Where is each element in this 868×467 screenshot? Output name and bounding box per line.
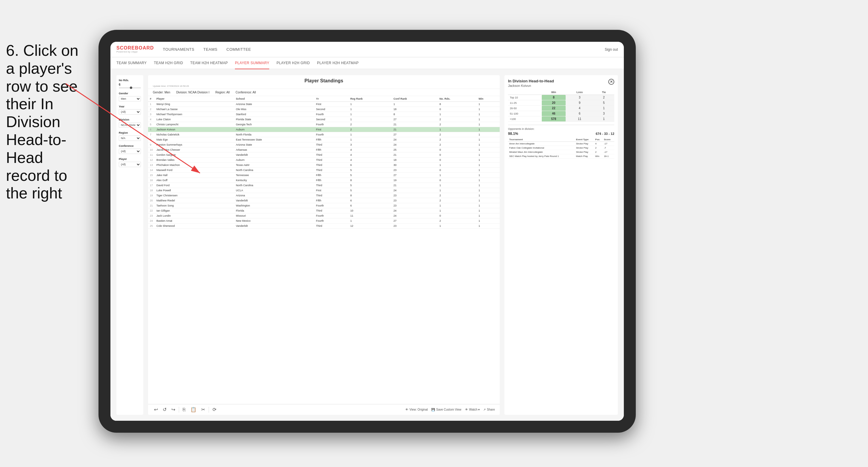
- watch-btn[interactable]: 👁 Watch ▾: [465, 408, 480, 411]
- table-row[interactable]: 12 Brendan Valles Auburn Third 4 18 0 1: [148, 158, 500, 163]
- cell-no-rds: 1: [438, 112, 477, 117]
- table-row[interactable]: 13 Phichakon Maichon Texas A&M Third 6 3…: [148, 163, 500, 168]
- tab-team-h2h-grid[interactable]: TEAM H2H GRID: [154, 60, 183, 66]
- cell-player: Ian Gilligan: [155, 208, 234, 213]
- cell-player: Michael Thorbjornsen: [155, 112, 234, 117]
- table-row[interactable]: 6 Jackson Koivun Auburn First 2 21 1 1: [148, 127, 500, 132]
- save-custom-btn[interactable]: 💾 Save Custom View: [431, 408, 461, 411]
- cell-no-rds: 2: [438, 117, 477, 122]
- cell-no-rds: 1: [438, 188, 477, 193]
- table-row[interactable]: 2 Michael La Sasse Ole Miss Second 1 18 …: [148, 107, 500, 112]
- tab-player-h2h-grid[interactable]: PLAYER H2H GRID: [276, 60, 310, 66]
- nav-tab-committee[interactable]: COMMITTEE: [226, 46, 251, 53]
- tab-player-summary[interactable]: PLAYER SUMMARY: [235, 60, 269, 69]
- table-row[interactable]: 17 David Ford North Carolina Third 5 21 …: [148, 183, 500, 188]
- table-header-row: # Player School Yr Reg Rank Conf Rank No…: [148, 96, 500, 102]
- instruction-text: 6. Click on a player's row to see their …: [0, 36, 93, 208]
- table-row[interactable]: 15 Jake Hall Tennessee Fifth 5 27 1 1: [148, 173, 500, 178]
- h2h-row: >100 578 11 1: [508, 116, 614, 122]
- refresh-btn[interactable]: ⟳: [211, 406, 218, 413]
- table-row[interactable]: 1 Wenyi Ding Arizona State First 1 1 8 1: [148, 102, 500, 107]
- view-original-btn[interactable]: 👁 View: Original: [405, 408, 428, 411]
- cell-no-rds: 1: [438, 173, 477, 178]
- table-row[interactable]: 4 Luke Claton Florida State Second 1 27 …: [148, 117, 500, 122]
- table-row[interactable]: 22 Ian Gilligan Florida Third 10 24 1 1: [148, 208, 500, 213]
- cell-conf-rank: 24: [392, 188, 438, 193]
- cell-rank: 19: [148, 193, 155, 198]
- sign-out-link[interactable]: Sign out: [605, 48, 618, 52]
- cell-win: 1: [477, 213, 500, 218]
- watch-icon: 👁: [465, 408, 468, 411]
- cell-win: 1: [477, 178, 500, 183]
- cell-yr: Fifth: [314, 137, 349, 142]
- cell-rank: 2: [148, 107, 155, 112]
- cell-reg-rank: 2: [349, 127, 392, 132]
- col-school: School: [234, 96, 314, 102]
- nav-tab-tournaments[interactable]: TOURNAMENTS: [163, 46, 195, 53]
- table-row[interactable]: 19 Tiger Christensen Arizona Third 8 23 …: [148, 193, 500, 198]
- h2h-range-label: 11-25: [508, 100, 542, 106]
- table-row[interactable]: 24 Bastien Amat New Mexico Fourth 1 27 2…: [148, 218, 500, 223]
- cell-yr: Second: [314, 107, 349, 112]
- cell-reg-rank: 1: [349, 117, 392, 122]
- cell-win: 1: [477, 153, 500, 158]
- cell-player: Luke Claton: [155, 117, 234, 122]
- col-yr: Yr: [314, 96, 349, 102]
- division-select[interactable]: NCAA Division I: [119, 122, 141, 128]
- conference-select[interactable]: (All): [119, 149, 141, 154]
- tourn-type: Stroke Play: [575, 150, 594, 154]
- cut-btn[interactable]: ✂: [200, 406, 206, 413]
- cell-reg-rank: 6: [349, 203, 392, 208]
- cell-school: Missouri: [234, 213, 314, 218]
- table-row[interactable]: 10 Jacob Mox Chesser Arkansas Fifth 4 25…: [148, 147, 500, 153]
- cell-player: Jacob Mox Chesser: [155, 147, 234, 153]
- cell-school: Florida State: [234, 117, 314, 122]
- tab-player-h2h-heatmap[interactable]: PLAYER H2H HEATMAP: [317, 60, 359, 66]
- cell-conf-rank: 23: [392, 193, 438, 198]
- tab-team-summary[interactable]: TEAM SUMMARY: [116, 60, 147, 66]
- table-row[interactable]: 25 Cole Sherwood Vanderbilt Third 12 23 …: [148, 223, 500, 228]
- cell-reg-rank: 5: [349, 188, 392, 193]
- table-row[interactable]: 16 Alex Goff Kentucky Fifth 8 19 0 1: [148, 178, 500, 183]
- cell-player: Michael La Sasse: [155, 107, 234, 112]
- table-row[interactable]: 18 Luke Powell UCLA First 5 24 1 1: [148, 188, 500, 193]
- table-row[interactable]: 23 Jack Lundin Missouri Fourth 11 24 0 1: [148, 213, 500, 218]
- gender-select[interactable]: Men: [119, 96, 141, 101]
- cell-player: Maxwell Ford: [155, 168, 234, 173]
- cell-rank: 25: [148, 223, 155, 228]
- cell-rank: 1: [148, 102, 155, 107]
- no-rds-slider[interactable]: [119, 87, 141, 88]
- nav-tab-teams[interactable]: TEAMS: [203, 46, 217, 53]
- table-row[interactable]: 14 Maxwell Ford North Carolina Third 5 2…: [148, 168, 500, 173]
- redo-undo-btn[interactable]: ↺: [161, 406, 168, 413]
- paste-btn[interactable]: 📋: [189, 406, 197, 413]
- sub-nav: TEAM SUMMARY TEAM H2H GRID TEAM H2H HEAT…: [111, 57, 624, 69]
- table-row[interactable]: 9 Preston Summerhays Arizona State Third…: [148, 142, 500, 147]
- tab-team-h2h-heatmap[interactable]: TEAM H2H HEATMAP: [190, 60, 228, 66]
- region-select[interactable]: N/A: [119, 135, 141, 141]
- cell-school: Kentucky: [234, 178, 314, 183]
- cell-rank: 21: [148, 203, 155, 208]
- cell-no-rds: 0: [438, 107, 477, 112]
- table-row[interactable]: 7 Nicholas Gabrielcik North Florida Four…: [148, 132, 500, 137]
- cell-win: 1: [477, 127, 500, 132]
- table-row[interactable]: 3 Michael Thorbjornsen Stanford Fourth 1…: [148, 112, 500, 117]
- share-btn[interactable]: ↗ Share: [483, 408, 495, 411]
- cell-win: 1: [477, 193, 500, 198]
- h2h-win-val: 8: [542, 95, 566, 100]
- h2h-close-btn[interactable]: ✕: [608, 79, 614, 85]
- redo-btn[interactable]: ↪: [170, 406, 177, 413]
- table-row[interactable]: 5 Christo Lamprecht Georgia Tech Fourth …: [148, 122, 500, 127]
- table-row[interactable]: 8 Mats Ege East Tennessee State Fifth 1 …: [148, 137, 500, 142]
- copy-btn[interactable]: ⎘: [182, 406, 187, 413]
- undo-btn[interactable]: ↩: [153, 406, 159, 413]
- no-rds-value: 6: [119, 83, 141, 86]
- cell-conf-rank: 21: [392, 183, 438, 188]
- table-row[interactable]: 21 Taehoon Song Washington Fourth 6 23 1…: [148, 203, 500, 208]
- year-select[interactable]: (All): [119, 109, 141, 115]
- table-row[interactable]: 11 Gordon Sargent Vanderbilt Third 4 21 …: [148, 153, 500, 158]
- bottom-toolbar: ↩ ↺ ↪ ⎘ 📋 ✂ ⟳ 👁 View: Original: [148, 404, 500, 415]
- cell-no-rds: 2: [438, 137, 477, 142]
- table-row[interactable]: 20 Matthew Riedel Vanderbilt Fifth 6 23 …: [148, 198, 500, 203]
- player-select[interactable]: (All): [119, 162, 141, 167]
